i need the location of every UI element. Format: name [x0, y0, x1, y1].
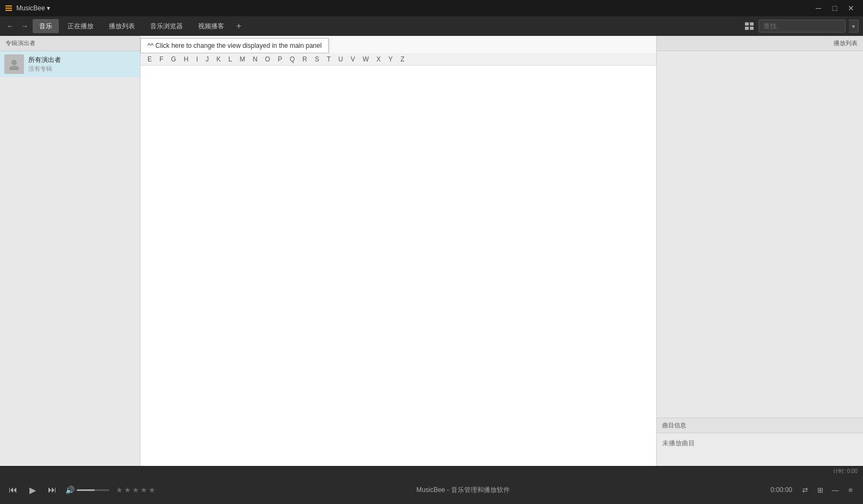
volume-fill — [77, 489, 95, 491]
svg-rect-4 — [750, 22, 754, 26]
svg-rect-3 — [745, 22, 749, 26]
title-bar-controls: ─ □ ✕ — [811, 3, 859, 14]
svg-rect-6 — [750, 27, 754, 30]
app-title: MusicBee ▾ — [16, 4, 50, 12]
next-button[interactable]: ⏭ — [46, 483, 59, 496]
search-dropdown-button[interactable]: ▾ — [849, 20, 859, 33]
star-1[interactable]: ★ — [116, 486, 123, 494]
tab-now-playing[interactable]: 正在播放 — [61, 19, 100, 33]
alpha-V[interactable]: V — [348, 54, 358, 64]
volume-slider[interactable] — [77, 489, 109, 491]
star-3[interactable]: ★ — [132, 486, 139, 494]
alpha-W[interactable]: W — [360, 54, 372, 64]
artist-list: 所有演出者 没有专辑 — [0, 51, 140, 466]
player-extra-btns: ⇄ ⊞ — ≡ — [799, 484, 856, 496]
sidebar-header: 专辑演出者 — [0, 36, 140, 51]
status-text: 计时: 0:00 — [833, 468, 858, 475]
star-4[interactable]: ★ — [140, 486, 147, 494]
center-panel: ^^ Click here to change the view display… — [140, 36, 656, 466]
view-toggle-button[interactable] — [743, 20, 755, 32]
tab-video-podcast[interactable]: 视频播客 — [192, 19, 231, 33]
alpha-P[interactable]: P — [275, 54, 285, 64]
alpha-G[interactable]: G — [168, 54, 178, 64]
alpha-K[interactable]: K — [214, 54, 224, 64]
shuffle-button[interactable]: ⇄ — [799, 484, 811, 496]
star-2[interactable]: ★ — [124, 486, 131, 494]
panel-content — [140, 66, 656, 466]
avatar — [4, 54, 24, 74]
left-sidebar: 专辑演出者 所有演出者 没有专辑 — [0, 36, 140, 466]
rating-area: ★ ★ ★ ★ ★ — [116, 486, 156, 494]
right-sidebar: 播放列表 曲目信息 未播放曲目 — [656, 36, 863, 466]
nav-right: ▾ — [743, 20, 859, 33]
app-name-center: MusicBee - 音乐管理和播放软件 — [162, 486, 764, 495]
search-input[interactable] — [759, 20, 846, 33]
alpha-T[interactable]: T — [324, 54, 333, 64]
close-button[interactable]: ✕ — [843, 3, 859, 14]
alpha-Z[interactable]: Z — [398, 54, 407, 64]
artist-name: 所有演出者 — [28, 55, 61, 65]
alpha-F[interactable]: F — [157, 54, 166, 64]
alpha-Y[interactable]: Y — [386, 54, 396, 64]
add-tab-button[interactable]: + — [233, 20, 245, 32]
alpha-O[interactable]: O — [262, 54, 273, 64]
track-info-section: 曲目信息 未播放曲目 — [657, 418, 863, 466]
alpha-L[interactable]: L — [226, 54, 235, 64]
svg-rect-0 — [5, 5, 12, 7]
tab-music-browser[interactable]: 音乐浏览器 — [144, 19, 189, 33]
artist-sub: 没有专辑 — [28, 65, 61, 73]
prev-button[interactable]: ⏮ — [7, 483, 20, 496]
svg-point-8 — [9, 66, 19, 70]
track-info-header: 曲目信息 — [657, 418, 863, 433]
nav-bar: ← → 音乐 正在播放 播放列表 音乐浏览器 视频播客 + ▾ — [0, 16, 863, 36]
svg-rect-1 — [5, 8, 12, 9]
alpha-H[interactable]: H — [181, 54, 192, 64]
playlist-label: 播放列表 — [657, 36, 863, 51]
alpha-J[interactable]: J — [203, 54, 212, 64]
svg-point-7 — [11, 60, 17, 65]
alpha-N[interactable]: N — [250, 54, 260, 64]
alpha-I[interactable]: I — [193, 54, 200, 64]
no-track-label: 未播放曲目 — [662, 439, 695, 447]
minimize-button[interactable]: ─ — [811, 3, 826, 14]
alpha-E[interactable]: E — [145, 54, 155, 64]
repeat-button[interactable]: ⊞ — [814, 484, 826, 496]
tab-music[interactable]: 音乐 — [33, 19, 59, 33]
alpha-U[interactable]: U — [336, 54, 346, 64]
player-bar: ⏮ ▶ ⏭ 🔊 ★ ★ ★ ★ ★ MusicBee - 音乐管理和播放软件 0… — [0, 476, 863, 504]
tab-playlist[interactable]: 播放列表 — [102, 19, 141, 33]
volume-area: 🔊 — [65, 486, 109, 494]
alpha-R[interactable]: R — [300, 54, 310, 64]
alpha-M[interactable]: M — [237, 54, 248, 64]
track-info-content: 未播放曲目 — [657, 433, 863, 466]
artist-item-all[interactable]: 所有演出者 没有专辑 — [0, 51, 140, 77]
maximize-button[interactable]: □ — [827, 3, 842, 14]
right-sidebar-top: 播放列表 — [657, 36, 863, 418]
alpha-Q[interactable]: Q — [287, 54, 297, 64]
svg-rect-5 — [745, 27, 749, 30]
alpha-X[interactable]: X — [374, 54, 384, 64]
back-button[interactable]: ← — [4, 20, 16, 32]
title-bar: MusicBee ▾ ─ □ ✕ — [0, 0, 863, 16]
star-5[interactable]: ★ — [149, 486, 156, 494]
volume-button[interactable]: 🔊 — [65, 486, 75, 494]
title-bar-left: MusicBee ▾ — [4, 4, 50, 13]
alpha-nav: EFGHIJKLMNOPQRSTUVWXYZ — [140, 53, 656, 66]
status-bar: 计时: 0:00 — [0, 466, 863, 476]
artist-info: 所有演出者 没有专辑 — [28, 55, 61, 73]
forward-button[interactable]: → — [19, 20, 30, 32]
view-change-banner[interactable]: ^^ Click here to change the view display… — [140, 38, 329, 53]
extra-menu-button[interactable]: ≡ — [844, 484, 856, 496]
time-display: 0:00:00 — [770, 486, 792, 494]
equalizer-button[interactable]: — — [829, 484, 841, 496]
app-menu-icon[interactable] — [4, 4, 13, 13]
main-content: 专辑演出者 所有演出者 没有专辑 ^^ Click here to change… — [0, 36, 863, 466]
alpha-S[interactable]: S — [312, 54, 322, 64]
svg-rect-2 — [5, 10, 12, 11]
play-button[interactable]: ▶ — [26, 483, 39, 496]
